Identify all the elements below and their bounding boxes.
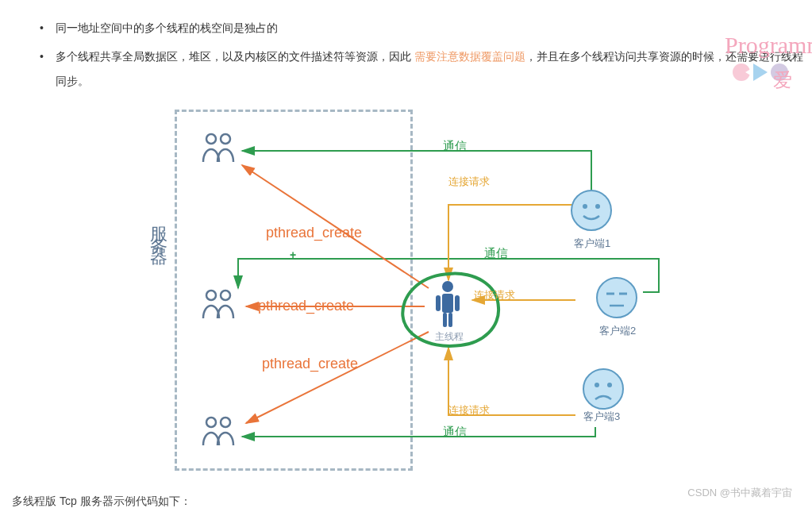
server-label: 服务器 — [147, 213, 171, 246]
svg-rect-14 — [443, 313, 447, 327]
svg-point-16 — [571, 191, 611, 230]
comm-label-1: 通信 — [443, 139, 467, 154]
users-icon-3 — [200, 415, 238, 449]
client-1-icon — [570, 189, 614, 235]
svg-point-4 — [206, 134, 216, 144]
svg-point-6 — [206, 291, 216, 300]
client-1-label: 客户端1 — [574, 237, 610, 251]
bullet-item-2: 多个线程共享全局数据区，堆区，以及内核区的文件描述符等资源，因此 需要注意数据覆… — [40, 44, 812, 94]
svg-point-10 — [442, 281, 453, 292]
bullet-item-1: 同一地址空间中的多个线程的栈空间是独占的 — [40, 16, 812, 40]
svg-point-18 — [595, 204, 600, 209]
client-2-icon — [595, 276, 639, 322]
req-label-3: 连接请求 — [448, 403, 490, 418]
comm-label-3: 通信 — [443, 425, 467, 440]
svg-point-25 — [607, 383, 612, 387]
footer-attribution: CSDN @书中藏着宇宙 — [687, 486, 792, 500]
triangle-icon — [753, 64, 768, 81]
pthread-label-2: pthread_create — [258, 298, 354, 314]
pacman-icon — [733, 64, 750, 81]
client-2-label: 客户端2 — [599, 324, 636, 338]
main-thread-label: 主线程 — [435, 330, 464, 344]
pthread-label-1: pthread_create — [266, 225, 362, 241]
diagram-container: 服务器 + 主线程 客户端1 — [135, 110, 706, 475]
req-label-1: 连接请求 — [448, 175, 490, 189]
svg-rect-13 — [455, 295, 460, 311]
comm-label-2: 通信 — [484, 246, 508, 261]
pthread-label-3: pthread_create — [262, 356, 358, 372]
svg-rect-12 — [436, 295, 441, 311]
svg-point-5 — [221, 134, 230, 144]
bullet2-highlight: 需要注意数据覆盖问题 — [414, 50, 525, 63]
svg-rect-11 — [442, 294, 453, 313]
svg-point-9 — [221, 418, 230, 427]
svg-point-23 — [583, 369, 623, 409]
watermark-ai: 爱 — [773, 67, 792, 93]
svg-point-17 — [583, 204, 587, 209]
client-3-label: 客户端3 — [583, 410, 620, 424]
main-thread-icon — [433, 280, 463, 330]
client-3-icon — [582, 368, 625, 414]
svg-point-19 — [597, 278, 637, 318]
svg-point-24 — [595, 383, 599, 387]
bullet2-before: 多个线程共享全局数据区，堆区，以及内核区的文件描述符等资源，因此 — [56, 50, 414, 63]
svg-rect-15 — [448, 313, 452, 327]
watermark-text: Programme — [725, 32, 812, 59]
users-icon-2 — [200, 288, 238, 322]
plus-icon: + — [290, 248, 296, 261]
bullet-list: 同一地址空间中的多个线程的栈空间是独占的 多个线程共享全局数据区，堆区，以及内核… — [0, 0, 812, 93]
footer-text: 多线程版 Tcp 服务器示例代码如下： — [12, 495, 191, 509]
users-icon-1 — [200, 132, 238, 166]
req-label-2: 连接请求 — [474, 288, 515, 302]
svg-point-8 — [206, 418, 216, 427]
svg-point-7 — [221, 291, 230, 300]
